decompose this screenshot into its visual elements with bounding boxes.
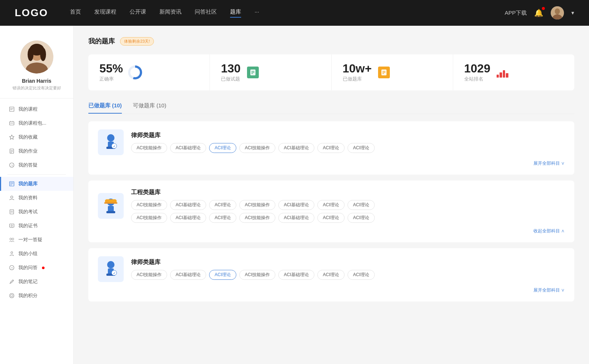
nav-qa[interactable]: 问答社区 bbox=[195, 8, 217, 18]
tag[interactable]: ACI基础理论 bbox=[278, 200, 314, 210]
nav-more[interactable]: ··· bbox=[254, 8, 259, 18]
profile-section: Brian Harris 错误的决定比没有决定要好 bbox=[0, 37, 73, 99]
coursepack-icon bbox=[9, 120, 15, 126]
svg-text:✓: ✓ bbox=[113, 272, 116, 275]
trial-badge: 体验剩余23天! bbox=[120, 37, 154, 46]
my-qa-icon: ? bbox=[9, 265, 15, 271]
one-on-one-label: 一对一答疑 bbox=[18, 236, 42, 243]
logo: LOGO bbox=[15, 7, 48, 19]
profile-label: 我的资料 bbox=[18, 195, 38, 201]
tag[interactable]: ACI基础理论 bbox=[278, 213, 314, 223]
tag[interactable]: ACI理论 bbox=[317, 270, 345, 280]
stat-done-questions: 130 已做试题 bbox=[210, 54, 331, 90]
homework-icon bbox=[9, 148, 15, 154]
sidebar-item-qa-answer[interactable]: ? 我的答疑 bbox=[0, 158, 73, 172]
my-qa-badge bbox=[42, 267, 45, 269]
stat-done-banks: 10w+ 已做题库 bbox=[332, 54, 453, 90]
eng1-tags-row2: ACI技能操作 ACI基础理论 ACI理论 ACI技能操作 ACI基础理论 AC… bbox=[131, 213, 565, 223]
tag[interactable]: ACI理论 bbox=[348, 270, 375, 280]
tag-active[interactable]: ACI理论 bbox=[209, 143, 236, 153]
svg-point-36 bbox=[12, 238, 14, 240]
accuracy-icon bbox=[128, 65, 142, 79]
sidebar-item-notes[interactable]: 我的笔记 bbox=[0, 275, 73, 289]
menu-divider-1 bbox=[7, 174, 66, 175]
tag[interactable]: ACI技能操作 bbox=[131, 213, 167, 223]
nav-news[interactable]: 新闻资讯 bbox=[159, 8, 181, 18]
notification-badge bbox=[542, 7, 545, 10]
app-download-button[interactable]: APP下载 bbox=[505, 10, 527, 17]
collapse-link-eng1[interactable]: 收起全部科目 ∧ bbox=[98, 228, 565, 234]
tag[interactable]: ACI理论 bbox=[348, 143, 375, 153]
tag[interactable]: ACI基础理论 bbox=[278, 270, 314, 280]
tag[interactable]: ACI理论 bbox=[209, 200, 236, 210]
nav-home[interactable]: 首页 bbox=[70, 8, 81, 18]
sidebar-item-exam[interactable]: 我的考试 bbox=[0, 205, 73, 219]
nav-discover[interactable]: 发现课程 bbox=[94, 8, 116, 18]
sidebar-item-one-on-one[interactable]: 一对一答疑 bbox=[0, 233, 73, 247]
stat-accuracy: 55% 正确率 bbox=[88, 54, 210, 90]
tag[interactable]: ACI理论 bbox=[317, 200, 345, 210]
sidebar-item-my-qa[interactable]: ? 我的问答 bbox=[0, 261, 73, 275]
group-icon bbox=[9, 251, 15, 257]
page-wrapper: Brian Harris 错误的决定比没有决定要好 我的课程 我的课程包... bbox=[0, 26, 589, 364]
law2-icon: ✓ bbox=[98, 256, 124, 282]
tag[interactable]: ACI理论 bbox=[348, 213, 375, 223]
tag[interactable]: ACI技能操作 bbox=[239, 213, 275, 223]
tag[interactable]: ACI基础理论 bbox=[170, 200, 206, 210]
nav-quiz[interactable]: 题库 bbox=[230, 8, 241, 18]
tag[interactable]: ACI基础理论 bbox=[170, 143, 206, 153]
tag[interactable]: ACI技能操作 bbox=[239, 200, 275, 210]
svg-point-27 bbox=[11, 196, 13, 198]
law1-title: 律师类题库 bbox=[131, 132, 375, 139]
sidebar-item-group[interactable]: 我的小组 bbox=[0, 247, 73, 261]
quiz-card-law2: ✓ 律师类题库 ACI技能操作 ACI基础理论 ACI理论 ACI技能操作 AC… bbox=[88, 248, 574, 301]
svg-point-1 bbox=[555, 8, 560, 14]
profile-icon bbox=[9, 195, 15, 201]
tag[interactable]: ACI基础理论 bbox=[278, 143, 314, 153]
tag[interactable]: ACI技能操作 bbox=[239, 143, 275, 153]
tag[interactable]: ACI技能操作 bbox=[131, 270, 167, 280]
user-dropdown-arrow[interactable]: ▾ bbox=[571, 10, 574, 16]
tag[interactable]: ACI理论 bbox=[348, 200, 375, 210]
sidebar-item-quiz[interactable]: 我的题库 bbox=[0, 177, 73, 191]
nav-open[interactable]: 公开课 bbox=[130, 8, 146, 18]
sidebar-item-homework[interactable]: 我的作业 bbox=[0, 144, 73, 158]
svg-marker-16 bbox=[10, 135, 14, 139]
page-header: 我的题库 体验剩余23天! bbox=[88, 37, 574, 46]
expand-link-law1[interactable]: 展开全部科目 ∨ bbox=[98, 160, 565, 167]
homework-label: 我的作业 bbox=[18, 148, 38, 154]
tab-available-banks[interactable]: 可做题库 (10) bbox=[133, 99, 166, 114]
sidebar-item-coursepack[interactable]: 我的课程包... bbox=[0, 116, 73, 130]
sidebar-item-profile[interactable]: 我的资料 bbox=[0, 191, 73, 205]
cert-icon bbox=[9, 223, 15, 229]
tag-active[interactable]: ACI理论 bbox=[209, 270, 236, 280]
expand-link-law2[interactable]: 展开全部科目 ∨ bbox=[98, 287, 565, 293]
svg-point-35 bbox=[10, 238, 12, 240]
tag[interactable]: ACI技能操作 bbox=[131, 143, 167, 153]
qa-answer-label: 我的答疑 bbox=[18, 162, 38, 168]
tag[interactable]: ACI技能操作 bbox=[131, 200, 167, 210]
tag[interactable]: ACI理论 bbox=[317, 143, 345, 153]
quiz-card-law1: ✓ 律师类题库 ACI技能操作 ACI基础理论 ACI理论 ACI技能操作 AC… bbox=[88, 121, 574, 175]
svg-text:?: ? bbox=[11, 267, 13, 270]
main-content: 我的题库 体验剩余23天! 55% 正确率 130 已做试题 bbox=[74, 26, 589, 364]
tag[interactable]: ACI技能操作 bbox=[239, 270, 275, 280]
cert-label: 我的证书 bbox=[18, 222, 38, 229]
nav-links: 首页 发现课程 公开课 新闻资讯 问答社区 题库 ··· bbox=[70, 8, 505, 18]
user-avatar[interactable] bbox=[551, 6, 564, 19]
tag[interactable]: ACI基础理论 bbox=[170, 213, 206, 223]
sidebar-item-cert[interactable]: 我的证书 bbox=[0, 219, 73, 233]
quiz-card-eng1: 工程类题库 ACI技能操作 ACI基础理论 ACI理论 ACI技能操作 ACI基… bbox=[88, 181, 574, 242]
favorites-label: 我的收藏 bbox=[18, 134, 38, 140]
tag[interactable]: ACI理论 bbox=[317, 213, 345, 223]
svg-rect-59 bbox=[104, 202, 117, 204]
tag[interactable]: ACI基础理论 bbox=[170, 270, 206, 280]
sidebar-item-course[interactable]: 我的课程 bbox=[0, 102, 73, 116]
notification-bell[interactable]: 🔔 bbox=[534, 8, 543, 17]
sidebar-item-points[interactable]: 我的积分 bbox=[0, 289, 73, 303]
law2-tags: ACI技能操作 ACI基础理论 ACI理论 ACI技能操作 ACI基础理论 AC… bbox=[131, 270, 375, 280]
sidebar-item-favorites[interactable]: 我的收藏 bbox=[0, 130, 73, 144]
tag[interactable]: ACI理论 bbox=[209, 213, 236, 223]
tab-done-banks[interactable]: 已做题库 (10) bbox=[88, 99, 122, 114]
sidebar-username: Brian Harris bbox=[22, 78, 51, 84]
